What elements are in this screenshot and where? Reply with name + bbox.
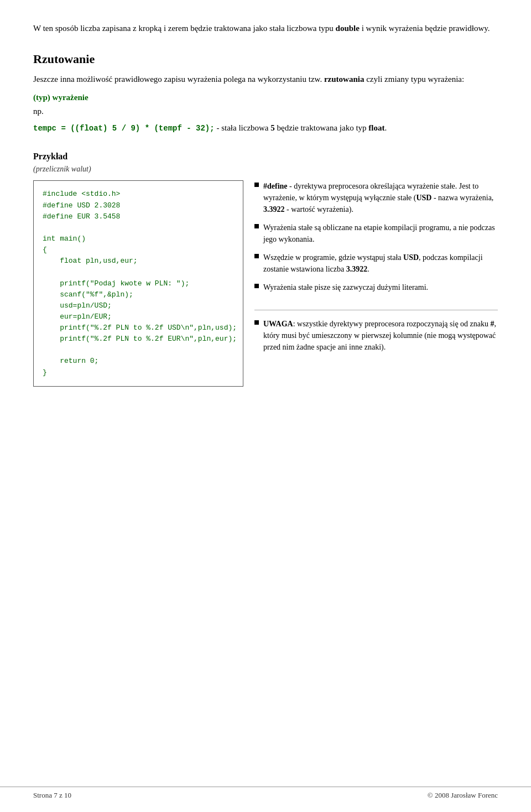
rzutowanie-bold: rzutowania	[324, 75, 365, 84]
bullet1-text2: - nazwa wyrażenia,	[431, 194, 493, 202]
bullet1-usd: USD	[416, 194, 431, 202]
bullet-text-2: Wyrażenia stałe są obliczane na etapie k…	[263, 222, 498, 245]
bullet-icon-4	[254, 284, 259, 288]
cast-float-keyword: float	[368, 123, 384, 132]
uwaga-item-1: UWAGA: wszystkie dyrektywy preprocesora …	[254, 318, 498, 353]
bullet-icon-3	[254, 254, 259, 258]
cast-number: 5	[270, 123, 275, 132]
intro-bold: double	[336, 24, 360, 33]
uwaga-section: UWAGA: wszystkie dyrektywy preprocesora …	[254, 310, 498, 353]
uwaga-text-1: UWAGA: wszystkie dyrektywy preprocesora …	[263, 318, 498, 353]
bullet-text-1: #define - dyrektywa preprocesora określa…	[263, 180, 498, 215]
cast-comment-after: .	[384, 123, 387, 132]
cast-comment-before: - stała liczbowa	[216, 123, 270, 132]
rzutowanie-title: Rzutowanie	[33, 50, 498, 68]
bullet3-value: 3.3922	[346, 265, 368, 273]
bullet3-usd: USD	[403, 253, 419, 262]
bullet-icon-2	[254, 224, 259, 228]
bullet-item-1: #define - dyrektywa preprocesora określa…	[254, 180, 498, 215]
przyklad-subtitle: (przelicznik walut)	[33, 164, 498, 175]
code-box: #include <stdio.h> #define USD 2.3028 #d…	[33, 180, 243, 386]
rzutowanie-para-after: czyli zmiany typu wyrażenia:	[364, 75, 464, 84]
uwaga-icon-1	[254, 320, 259, 325]
bullet-list: #define - dyrektywa preprocesora określa…	[254, 180, 498, 293]
cast-np: np.	[33, 106, 498, 118]
przyklad-title: Przykład	[33, 150, 498, 163]
rzutowanie-para: Jeszcze inna możliwość prawidłowego zapi…	[33, 73, 498, 86]
uwaga-list: UWAGA: wszystkie dyrektywy preprocesora …	[254, 318, 498, 353]
cast-example-line: tempc = ((float) 5 / 9) * (tempf - 32); …	[33, 122, 498, 134]
two-column-layout: #include <stdio.h> #define USD 2.3028 #d…	[33, 180, 498, 386]
rzutowanie-para-before: Jeszcze inna możliwość prawidłowego zapi…	[33, 75, 324, 84]
intro-text-after-bold: i wynik wyrażenia będzie prawidłowy.	[360, 24, 490, 33]
footer: Strona 7 z 10 © 2008 Jarosław Forenc	[0, 787, 531, 801]
cast-example-code: tempc = ((float) 5 / 9) * (tempf - 32);	[33, 124, 215, 133]
uwaga-hash: #	[491, 320, 494, 328]
bullet1-value: 3.3922	[263, 205, 285, 214]
bullet-item-2: Wyrażenia stałe są obliczane na etapie k…	[254, 222, 498, 245]
bullet1-bold-start: #define	[263, 182, 288, 190]
bullet-item-3: Wszędzie w programie, gdzie wystąpuj sta…	[254, 252, 498, 275]
intro-paragraph: W ten sposób liczba zapisana z kropką i …	[33, 22, 498, 35]
footer-copyright: © 2008 Jarosław Forenc	[428, 790, 498, 801]
footer-page-info: Strona 7 z 10	[33, 790, 71, 801]
uwaga-bold: UWAGA	[263, 320, 293, 328]
bullet-item-4: Wyrażenia stałe pisze się zazwyczaj duży…	[254, 282, 498, 293]
bullet-text-3: Wszędzie w programie, gdzie wystąpuj sta…	[263, 252, 498, 275]
bullet-text-4: Wyrażenia stałe pisze się zazwyczaj duży…	[263, 282, 428, 293]
cast-syntax-green: (typ) wyrażenie	[33, 93, 88, 102]
page-content: W ten sposób liczba zapisana z kropką i …	[0, 0, 531, 431]
right-column: #define - dyrektywa preprocesora określa…	[254, 180, 498, 358]
intro-text-before-bold: W ten sposób liczba zapisana z kropką i …	[33, 24, 336, 33]
bullet-icon-1	[254, 183, 259, 187]
cast-syntax: (typ) wyrażenie	[33, 91, 498, 104]
cast-comment-middle: będzie traktowana jako typ	[275, 123, 369, 132]
bullet1-text3: - wartość wyrażenia).	[285, 205, 353, 214]
